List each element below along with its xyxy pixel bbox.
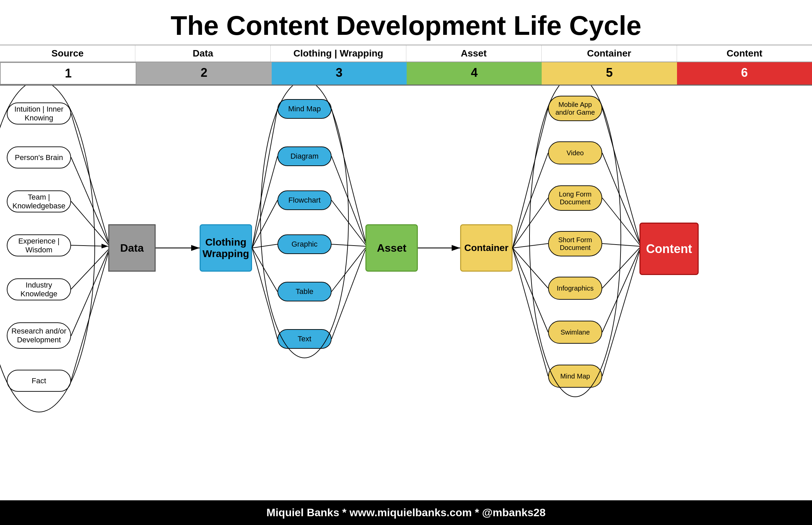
col-header-clothing: Clothing | Wrapping (271, 45, 406, 62)
col-header-content: Content (677, 45, 812, 62)
col-num-3: 3 (272, 62, 407, 85)
column-headers: Source Data Clothing | Wrapping Asset Co… (0, 45, 812, 62)
col-num-6: 6 (677, 62, 812, 85)
col-header-asset: Asset (406, 45, 542, 62)
svg-line-17 (332, 200, 365, 244)
clothing-mindmap: Mind Map (277, 99, 332, 119)
content-box: Content (640, 223, 699, 275)
col-header-data: Data (135, 45, 271, 62)
col-header-source: Source (0, 45, 135, 62)
svg-line-32 (602, 243, 640, 246)
svg-line-5 (71, 250, 108, 289)
svg-line-13 (252, 248, 277, 291)
svg-line-30 (602, 153, 640, 243)
svg-line-12 (252, 244, 277, 248)
svg-line-23 (513, 153, 548, 248)
svg-line-15 (332, 109, 365, 241)
col-header-container: Container (542, 45, 677, 62)
svg-line-1 (71, 113, 108, 241)
source-intuition: Intuition | Inner Knowing (7, 103, 71, 124)
svg-line-18 (332, 244, 365, 246)
svg-line-9 (252, 109, 277, 248)
data-box: Data (108, 224, 156, 272)
source-fact: Fact (7, 370, 71, 392)
arrows-svg (0, 86, 812, 485)
source-research: Research and/or Development (7, 322, 71, 349)
svg-line-33 (602, 248, 640, 288)
container-shortform: Short Form Document (548, 231, 602, 256)
source-team: Team | Knowledgebase (7, 191, 71, 212)
svg-line-22 (513, 108, 548, 248)
svg-line-4 (71, 245, 108, 246)
container-mobile: Mobile App and/or Game (548, 96, 602, 121)
clothing-graphic: Graphic (277, 235, 332, 254)
clothing-flowchart: Flowchart (277, 191, 332, 210)
svg-line-34 (602, 250, 640, 332)
svg-line-11 (252, 200, 277, 248)
col-num-5: 5 (542, 62, 677, 85)
container-swimlane: Swimlane (548, 321, 602, 344)
svg-line-31 (602, 198, 640, 244)
svg-line-19 (332, 248, 365, 291)
svg-line-7 (71, 253, 108, 380)
svg-line-2 (71, 157, 108, 243)
diagram: Intuition | Inner Knowing Person's Brain… (0, 86, 812, 485)
svg-line-6 (71, 251, 108, 336)
clothing-text: Text (277, 329, 332, 349)
main-title: The Content Development Life Cycle (0, 0, 812, 45)
svg-line-26 (513, 248, 548, 288)
source-brain: Person's Brain (7, 147, 71, 168)
footer: Miquiel Banks * www.miquielbanks.com * @… (0, 500, 812, 525)
source-industry: Industry Knowledge (7, 279, 71, 300)
svg-line-25 (513, 243, 548, 248)
svg-line-20 (332, 250, 365, 339)
source-experience: Experience | Wisdom (7, 235, 71, 256)
svg-line-29 (602, 108, 640, 241)
svg-line-35 (602, 251, 640, 376)
col-num-4: 4 (407, 62, 542, 85)
svg-line-16 (332, 156, 365, 243)
svg-line-14 (252, 248, 277, 339)
container-longform: Long Form Document (548, 185, 602, 211)
clothing-table: Table (277, 282, 332, 301)
svg-line-3 (71, 201, 108, 244)
svg-line-10 (252, 156, 277, 248)
container-mindmap2: Mind Map (548, 365, 602, 388)
svg-line-27 (513, 248, 548, 332)
svg-line-28 (513, 248, 548, 376)
col-num-2: 2 (136, 62, 271, 85)
svg-point-37 (260, 86, 348, 358)
number-row: 1 2 3 4 5 6 (0, 62, 812, 86)
clothing-diagram: Diagram (277, 147, 332, 166)
container-infographics: Infographics (548, 277, 602, 300)
svg-line-24 (513, 198, 548, 248)
col-num-1: 1 (0, 62, 136, 85)
asset-box: Asset (365, 224, 418, 272)
clothing-box: Clothing Wrapping (200, 224, 252, 272)
container-video: Video (548, 141, 602, 164)
container-box: Container (460, 224, 513, 272)
